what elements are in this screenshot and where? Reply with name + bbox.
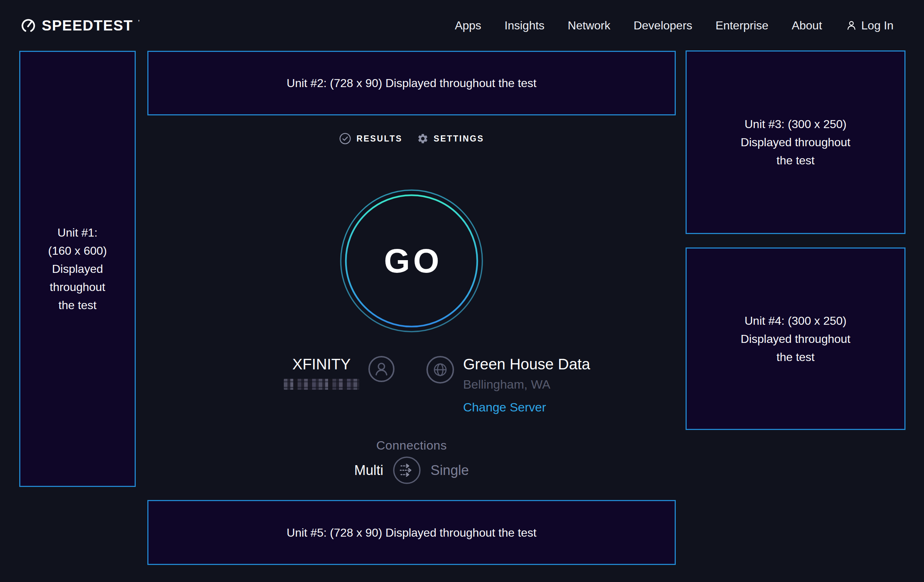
ad-unit-3[interactable]: Unit #3: (300 x 250) Displayed throughou…	[686, 50, 906, 234]
ad-unit-5[interactable]: Unit #5: (728 x 90) Displayed throughout…	[147, 500, 676, 565]
nav-apps[interactable]: Apps	[455, 19, 481, 32]
ad-text: (160 x 600)	[48, 242, 107, 260]
server-block: Green House Data Bellingham, WA Change S…	[463, 356, 590, 414]
redacted-ip	[284, 379, 359, 390]
main-nav: Apps Insights Network Developers Enterpr…	[455, 19, 894, 32]
logo-trademark: ’	[138, 18, 139, 27]
ad-text: the test	[777, 348, 815, 366]
connections-toggle-row: Multi Single	[354, 456, 469, 485]
speedtest-main: RESULTS SETTINGS	[147, 115, 676, 485]
tab-results[interactable]: RESULTS	[339, 132, 403, 145]
isp-server-row: XFINITY Green House Data	[282, 356, 590, 414]
user-icon	[845, 19, 858, 31]
ad-text: Displayed throughout	[741, 330, 850, 348]
connections-section: Connections Multi	[354, 438, 469, 485]
ad-text: Unit #1:	[57, 224, 97, 242]
nav-enterprise[interactable]: Enterprise	[716, 19, 769, 32]
logo-text: SPEEDTEST	[42, 17, 133, 34]
tabs-row: RESULTS SETTINGS	[339, 131, 484, 146]
login-label: Log In	[861, 19, 894, 32]
logo[interactable]: SPEEDTEST ’	[20, 17, 140, 34]
connections-multi-option[interactable]: Multi	[354, 463, 383, 478]
connections-label: Connections	[376, 438, 447, 452]
change-server-link[interactable]: Change Server	[463, 400, 590, 414]
ad-unit-4[interactable]: Unit #4: (300 x 250) Displayed throughou…	[686, 247, 906, 430]
connections-single-option[interactable]: Single	[431, 463, 469, 478]
nav-insights[interactable]: Insights	[505, 19, 544, 32]
go-button[interactable]: GO	[340, 190, 483, 332]
tab-results-label: RESULTS	[356, 134, 403, 144]
user-avatar-icon	[368, 356, 395, 383]
isp-name: XFINITY	[282, 356, 361, 373]
isp-block: XFINITY	[282, 356, 361, 390]
ad-text: Displayed throughout	[741, 133, 850, 151]
nav-network[interactable]: Network	[568, 19, 610, 32]
nav-about[interactable]: About	[792, 19, 822, 32]
ad-unit-2[interactable]: Unit #2: (728 x 90) Displayed throughout…	[147, 51, 676, 115]
ad-text: Displayed	[52, 260, 103, 278]
top-nav: SPEEDTEST ’ Apps Insights Network Develo…	[0, 0, 924, 51]
connections-toggle-icon[interactable]	[393, 456, 421, 485]
speedometer-logo-icon	[20, 17, 37, 34]
check-circle-icon	[339, 132, 351, 145]
ad-text: the test	[777, 151, 815, 170]
login-button[interactable]: Log In	[845, 19, 894, 32]
ad-unit-1[interactable]: Unit #1: (160 x 600) Displayed throughou…	[19, 51, 136, 487]
ad-text: throughout	[50, 278, 105, 296]
server-location: Bellingham, WA	[463, 378, 590, 391]
server-provider: Green House Data	[463, 356, 590, 373]
globe-icon	[426, 356, 454, 384]
gear-icon	[417, 133, 429, 144]
nav-developers[interactable]: Developers	[634, 19, 693, 32]
ad-text: Unit #2: (728 x 90) Displayed throughout…	[287, 74, 536, 92]
tab-settings[interactable]: SETTINGS	[417, 133, 484, 144]
ad-text: the test	[58, 296, 97, 314]
ad-text: Unit #3: (300 x 250)	[744, 115, 846, 133]
ad-text: Unit #5: (728 x 90) Displayed throughout…	[287, 524, 536, 542]
speedtest-page: SPEEDTEST ’ Apps Insights Network Develo…	[0, 0, 924, 582]
go-button-label: GO	[340, 190, 483, 332]
ad-text: Unit #4: (300 x 250)	[744, 312, 846, 330]
tab-settings-label: SETTINGS	[434, 134, 484, 144]
